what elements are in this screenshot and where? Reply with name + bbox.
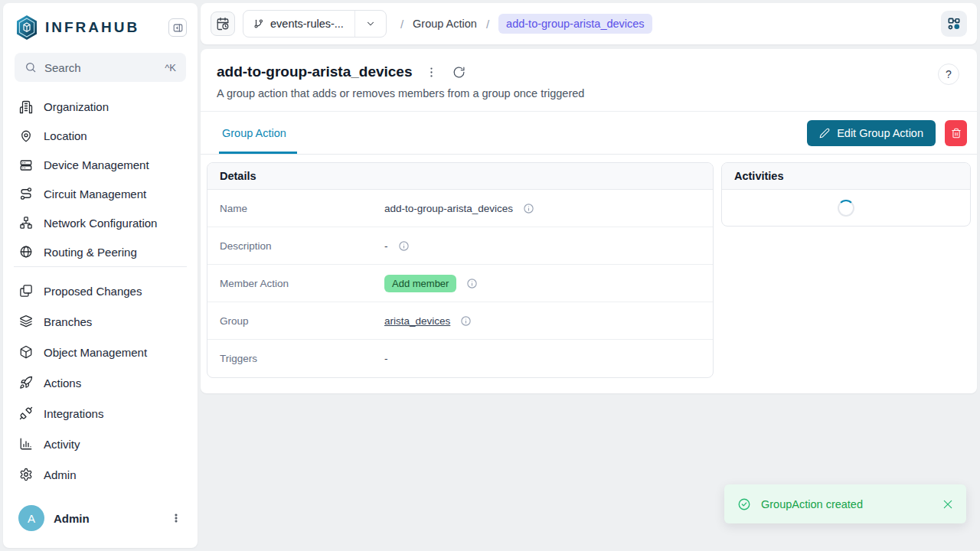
- branch-selector-value: events-rules-...: [243, 18, 354, 30]
- loading-spinner: [838, 200, 854, 217]
- page-title: add-to-group-arista_devices: [217, 64, 413, 80]
- route-icon: [19, 187, 33, 201]
- kebab-icon: [425, 66, 438, 79]
- globe-icon: [19, 245, 33, 259]
- kebab-icon: [171, 513, 181, 523]
- toast-notification: GroupAction created: [724, 484, 966, 523]
- sidebar-item-integrations[interactable]: Integrations: [3, 398, 198, 429]
- sidebar-item-label: Integrations: [44, 407, 103, 420]
- page-header: add-to-group-arista_devices A group acti…: [201, 49, 977, 111]
- sidebar-collapse-icon: [172, 22, 184, 34]
- chevron-down-icon: [365, 18, 376, 29]
- sidebar: INFRAHUB Search ^K Organization Location: [3, 3, 198, 548]
- details-row-member-action: Member Action Add member: [207, 265, 713, 302]
- branch-selector[interactable]: events-rules-...: [243, 10, 387, 37]
- search-placeholder: Search: [44, 61, 157, 74]
- trash-icon: [951, 128, 962, 139]
- sidebar-item-label: Device Management: [44, 158, 149, 171]
- sidebar-item-label: Branches: [44, 315, 92, 328]
- details-row-name: Name add-to-group-arista_devices: [207, 190, 713, 227]
- close-icon: [942, 498, 954, 510]
- building-icon: [19, 100, 33, 114]
- sidebar-item-network-configuration[interactable]: Network Configuration: [3, 208, 198, 237]
- breadcrumb: / Group Action / add-to-group-arista_dev…: [400, 14, 941, 34]
- cube-icon: [19, 345, 33, 359]
- description-value: -: [384, 240, 388, 252]
- tab-bar: Group Action Edit Group Action: [201, 111, 977, 155]
- toast-close-button[interactable]: [942, 498, 954, 510]
- sidebar-item-label: Routing & Peering: [44, 246, 137, 259]
- tab-group-action[interactable]: Group Action: [201, 112, 305, 154]
- avatar: A: [18, 505, 44, 531]
- info-icon[interactable]: [460, 315, 472, 327]
- user-row: A Admin: [3, 494, 198, 548]
- user-menu-button[interactable]: [167, 509, 185, 527]
- edit-group-action-button[interactable]: Edit Group Action: [807, 120, 936, 146]
- group-link[interactable]: arista_devices: [384, 315, 450, 327]
- map-pin-icon: [19, 129, 33, 143]
- details-title: Details: [207, 163, 713, 190]
- details-row-group: Group arista_devices: [207, 302, 713, 340]
- info-icon[interactable]: [523, 203, 534, 214]
- activities-title: Activities: [722, 163, 970, 190]
- sidebar-item-actions[interactable]: Actions: [3, 367, 198, 398]
- sidebar-divider: [14, 266, 187, 267]
- details-row-triggers: Triggers -: [207, 340, 713, 377]
- branch-name: events-rules-...: [270, 18, 344, 30]
- topbar: events-rules-... / Group Action / add-to…: [201, 3, 977, 44]
- sidebar-item-label: Object Management: [44, 346, 147, 359]
- plug-icon: [19, 406, 33, 420]
- branch-selector-chevron[interactable]: [354, 11, 386, 37]
- sidebar-item-label: Actions: [44, 377, 81, 390]
- name-value: add-to-group-arista_devices: [384, 203, 513, 214]
- activities-panel: Activities: [721, 162, 971, 227]
- sidebar-header: INFRAHUB: [3, 3, 198, 50]
- details-panel: Details Name add-to-group-arista_devices…: [207, 162, 714, 378]
- network-icon: [19, 216, 33, 230]
- main-panel: add-to-group-arista_devices A group acti…: [201, 49, 977, 393]
- sidebar-item-activity[interactable]: Activity: [3, 429, 198, 459]
- search-input[interactable]: Search ^K: [15, 53, 186, 82]
- server-icon: [19, 158, 33, 172]
- check-circle-icon: [737, 497, 751, 511]
- sidebar-item-label: Activity: [44, 438, 80, 451]
- breadcrumb-current[interactable]: add-to-group-arista_devices: [498, 14, 652, 34]
- triggers-value: -: [384, 353, 388, 364]
- gear-icon: [19, 468, 33, 481]
- breadcrumb-separator: /: [486, 18, 489, 31]
- help-button[interactable]: ?: [938, 64, 959, 85]
- page-description: A group action that adds or removes memb…: [217, 87, 960, 99]
- delete-button[interactable]: [945, 120, 967, 146]
- info-icon[interactable]: [466, 278, 478, 289]
- app-title: INFRAHUB: [45, 19, 162, 36]
- toast-message: GroupAction created: [761, 498, 932, 510]
- sidebar-item-routing-peering[interactable]: Routing & Peering: [3, 237, 198, 266]
- sidebar-item-branches[interactable]: Branches: [3, 306, 198, 337]
- infrahub-logo-icon: [15, 15, 38, 41]
- calendar-clock-icon: [216, 17, 230, 31]
- schema-visualizer-button[interactable]: [941, 11, 967, 37]
- search-shortcut: ^K: [165, 62, 176, 73]
- schema-icon: [946, 16, 962, 31]
- sidebar-item-object-management[interactable]: Object Management: [3, 337, 198, 367]
- rocket-icon: [19, 376, 33, 390]
- sidebar-item-circuit-management[interactable]: Circuit Management: [3, 179, 198, 208]
- sidebar-collapse-button[interactable]: [168, 18, 187, 37]
- sidebar-item-location[interactable]: Location: [3, 122, 198, 151]
- page-menu-button[interactable]: [423, 64, 440, 80]
- sidebar-item-label: Admin: [44, 468, 77, 481]
- sidebar-item-organization[interactable]: Organization: [3, 93, 198, 122]
- layers-icon: [19, 315, 33, 328]
- copy-icon: [19, 284, 33, 298]
- time-travel-button[interactable]: [211, 11, 235, 36]
- sidebar-item-label: Proposed Changes: [44, 285, 142, 298]
- refresh-button[interactable]: [451, 64, 468, 80]
- sidebar-item-admin[interactable]: Admin: [3, 459, 198, 490]
- sidebar-item-label: Network Configuration: [44, 217, 157, 230]
- breadcrumb-group-action[interactable]: Group Action: [413, 18, 477, 30]
- refresh-icon: [452, 66, 466, 79]
- sidebar-item-device-management[interactable]: Device Management: [3, 151, 198, 180]
- info-icon[interactable]: [398, 240, 410, 252]
- content-area: Details Name add-to-group-arista_devices…: [201, 155, 977, 393]
- sidebar-item-proposed-changes[interactable]: Proposed Changes: [3, 276, 198, 306]
